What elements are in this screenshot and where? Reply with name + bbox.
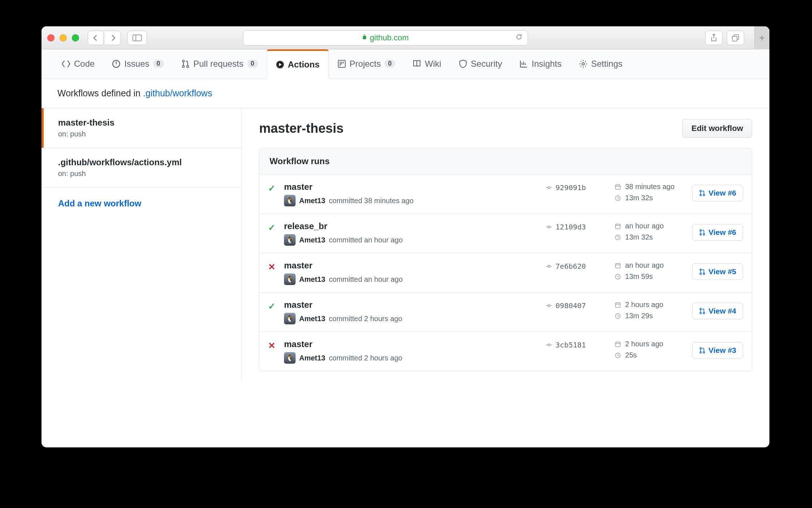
svg-rect-23 [616,263,621,268]
run-row[interactable]: ✓ master 🐧 Amet13 committed 38 minutes a… [259,175,752,214]
svg-rect-2 [732,36,737,41]
share-button[interactable] [705,31,722,45]
svg-point-26 [700,273,702,275]
view-run-button[interactable]: View #4 [692,303,743,319]
tab-pulls-label: Pull requests [193,59,244,69]
sidebar-toggle-button[interactable] [127,31,147,45]
titlebar: github.com + [42,26,769,49]
run-row[interactable]: ✓ master 🐧 Amet13 committed 2 hours ago … [259,293,752,332]
tab-projects[interactable]: Projects 0 [329,49,404,78]
chevron-left-icon [92,34,99,41]
svg-rect-29 [616,303,621,307]
run-author[interactable]: Amet13 [299,197,325,205]
commit-icon [546,184,552,191]
run-when: committed 38 minutes ago [329,197,414,205]
close-window-button[interactable] [47,34,54,41]
commit-sha[interactable]: 7e6b620 [545,262,608,271]
view-run-button[interactable]: View #6 [692,224,743,241]
pr-icon [699,347,706,354]
commit-sha[interactable]: 12109d3 [545,223,608,231]
sidebar-icon [132,34,142,41]
traffic-lights [47,34,79,41]
new-tab-button[interactable]: + [754,26,769,49]
svg-point-37 [700,347,702,349]
tab-issues[interactable]: Issues 0 [103,49,172,78]
commit-icon [546,263,552,270]
reload-button[interactable] [515,33,523,43]
run-when: committed an hour ago [329,275,403,284]
pr-icon [699,190,706,196]
sidebar-item-sub: on: push [58,130,225,138]
view-run-button[interactable]: View #3 [692,342,743,359]
run-author[interactable]: Amet13 [299,236,325,244]
pulls-count: 0 [247,60,258,68]
tab-actions[interactable]: Actions [267,49,329,79]
svg-point-15 [703,194,705,196]
run-ago: an hour ago [614,222,686,230]
svg-point-4 [182,60,184,62]
run-row[interactable]: ✕ master 🐧 Amet13 committed 2 hours ago … [259,332,752,371]
issue-icon [112,60,121,68]
definition-row: Workflows defined in .github/workflows [42,79,769,108]
run-ago: an hour ago [614,261,686,270]
run-row[interactable]: ✕ master 🐧 Amet13 committed an hour ago … [259,253,752,293]
svg-rect-17 [616,224,621,228]
commit-icon [546,224,552,230]
pr-icon [699,268,706,275]
svg-point-28 [548,305,550,307]
view-run-button[interactable]: View #6 [692,185,743,201]
run-author[interactable]: Amet13 [299,354,325,362]
check-icon: ✓ [268,223,278,233]
run-duration: 13m 32s [614,194,686,202]
tab-pulls[interactable]: Pull requests 0 [173,49,267,78]
tab-security[interactable]: Security [450,49,511,78]
commit-sha[interactable]: 929091b [545,183,608,192]
run-when: committed 2 hours ago [329,354,402,362]
svg-rect-11 [616,185,621,189]
edit-workflow-button[interactable]: Edit workflow [682,119,752,138]
svg-rect-0 [133,35,141,41]
run-author[interactable]: Amet13 [299,275,325,284]
sidebar-workflow-item[interactable]: master-thesison: push [42,108,241,148]
run-when: committed 2 hours ago [329,315,402,323]
view-run-label: View #6 [708,228,736,237]
commit-sha[interactable]: 0980407 [545,301,608,310]
view-run-label: View #5 [708,267,736,276]
avatar: 🐧 [284,313,296,324]
tab-code[interactable]: Code [53,49,103,78]
commit-sha[interactable]: 3cb5181 [545,341,608,349]
tab-wiki[interactable]: Wiki [404,49,450,78]
run-author[interactable]: Amet13 [299,315,325,323]
view-run-button[interactable]: View #5 [692,263,743,280]
pr-icon [181,60,190,68]
tab-security-label: Security [471,59,502,69]
tabs-button[interactable] [727,31,744,45]
calendar-icon [615,341,621,347]
back-button[interactable] [88,31,104,45]
maximize-window-button[interactable] [72,34,79,41]
view-run-label: View #3 [708,346,736,355]
workflow-title: master-thesis [259,121,344,136]
shield-icon [459,60,467,68]
tab-insights[interactable]: Insights [511,49,570,78]
address-bar[interactable]: github.com [243,30,528,45]
tab-wiki-label: Wiki [425,59,441,69]
svg-point-38 [700,352,702,353]
url-domain: github.com [370,33,409,43]
tab-settings[interactable]: Settings [570,49,631,78]
projects-count: 0 [384,60,395,68]
forward-button[interactable] [105,31,121,45]
tab-insights-label: Insights [532,59,562,69]
gear-icon [579,60,588,68]
svg-point-21 [703,234,705,235]
graph-icon [519,60,528,68]
add-workflow-link[interactable]: Add a new workflow [42,188,241,219]
clock-icon [615,234,621,241]
minimize-window-button[interactable] [60,34,67,41]
workflows-path-link[interactable]: .github/workflows [143,88,212,98]
sidebar-workflow-item[interactable]: .github/workflows/actions.ymlon: push [42,148,241,188]
svg-point-22 [548,265,550,267]
pr-icon [699,308,706,314]
run-row[interactable]: ✓ release_br 🐧 Amet13 committed an hour … [259,214,752,253]
code-icon [62,60,70,68]
